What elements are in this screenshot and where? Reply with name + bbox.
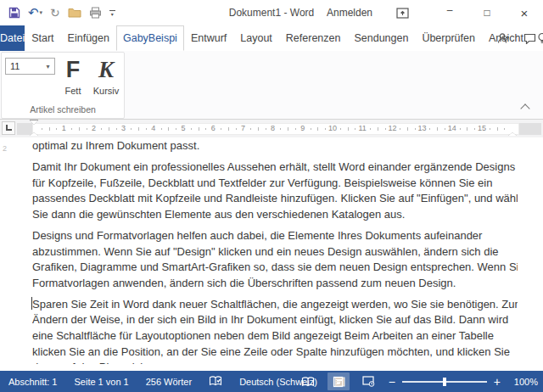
ruler-number: 5 bbox=[181, 124, 185, 132]
combobox-caret-icon[interactable]: ▾ bbox=[42, 63, 54, 70]
ruler-number: 12 bbox=[388, 124, 396, 132]
paragraph: Designs und Formatvorlagen helfen auch d… bbox=[32, 228, 518, 291]
ruler-tick bbox=[445, 128, 445, 130]
ribbon: 11 ▾ F Fett K Kursiv Artikel schreiben bbox=[0, 51, 543, 120]
ruler-number: 15 bbox=[478, 124, 486, 132]
print-preview-icon[interactable] bbox=[89, 5, 102, 20]
title-bar: ↶▾ ↻ ▾ Dokument1 - Word Anmelden – □ bbox=[0, 0, 543, 25]
document-text: optimal zu Ihrem Dokument passt.Damit Ih… bbox=[32, 138, 518, 364]
share-person-icon[interactable] bbox=[497, 32, 510, 44]
right-indent-marker[interactable] bbox=[508, 128, 517, 136]
proofing-status-icon[interactable] bbox=[200, 371, 231, 392]
section-indicator[interactable]: Abschnitt: 1 bbox=[0, 371, 65, 392]
tab-entwurf[interactable]: Entwurf bbox=[184, 25, 233, 51]
web-layout-button[interactable] bbox=[358, 372, 380, 390]
maximize-button[interactable]: □ bbox=[468, 0, 506, 25]
ruler-tick bbox=[467, 127, 467, 131]
bold-button[interactable]: F Fett bbox=[56, 55, 90, 108]
ruler-tick bbox=[317, 127, 318, 131]
tab-referenzen[interactable]: Referenzen bbox=[279, 25, 348, 51]
hanging-indent-marker[interactable] bbox=[30, 128, 38, 136]
italic-button[interactable]: K Kursiv bbox=[89, 55, 123, 108]
word-count[interactable]: 256 Wörter bbox=[137, 371, 200, 392]
tab-start[interactable]: Start bbox=[25, 25, 60, 51]
print-layout-button[interactable] bbox=[327, 372, 350, 390]
ruler-number: 4 bbox=[151, 124, 155, 132]
text-line: eine Schaltfläche für Layoutoptionen neb… bbox=[32, 328, 518, 344]
ruler-tick bbox=[79, 127, 80, 131]
ruler-tick bbox=[400, 128, 400, 130]
ribbon-tabs: StartEinfügenGabyBeispiEntwurfLayoutRefe… bbox=[25, 25, 530, 51]
document-area[interactable]: 2 optimal zu Ihrem Dokument passt.Damit … bbox=[0, 137, 543, 371]
text-line: Grafiken, Diagramme und SmartArt-Grafike… bbox=[32, 260, 518, 276]
ruler-tick bbox=[280, 128, 281, 130]
text-line: für Kopfzeile, Fußzeile, Deckblatt und T… bbox=[32, 176, 518, 192]
text-line: Sparen Sie Zeit in Word dank neuer Schal… bbox=[32, 297, 518, 313]
read-mode-button[interactable] bbox=[297, 372, 319, 390]
minimize-button[interactable]: – bbox=[431, 0, 468, 25]
paragraph: optimal zu Ihrem Dokument passt. bbox=[32, 138, 518, 154]
zoom-slider-thumb[interactable] bbox=[443, 378, 446, 386]
save-icon[interactable] bbox=[8, 5, 20, 20]
ruler-tick bbox=[407, 127, 408, 131]
font-size-combobox[interactable]: 11 ▾ bbox=[5, 58, 55, 75]
ruler-number: 10 bbox=[328, 124, 337, 132]
ruler-tick bbox=[87, 128, 87, 130]
ribbon-tab-row: Datei StartEinfügenGabyBeispiEntwurfLayo… bbox=[0, 25, 543, 51]
undo-caret-icon[interactable]: ▾ bbox=[40, 9, 43, 16]
ruler-tick bbox=[288, 127, 288, 131]
ruler-number: 3 bbox=[121, 124, 126, 132]
tab-sendungen[interactable]: Sendungen bbox=[347, 25, 415, 51]
redo-icon[interactable]: ↻ bbox=[50, 5, 60, 20]
quick-access-toolbar: ↶▾ ↻ ▾ bbox=[0, 5, 115, 20]
ruler-tick bbox=[191, 128, 192, 130]
ruler-tick bbox=[437, 127, 438, 131]
collapse-ribbon-icon[interactable] bbox=[519, 104, 531, 112]
ribbon-display-options-icon[interactable] bbox=[396, 8, 409, 19]
zoom-out-button[interactable]: − bbox=[389, 378, 395, 386]
ruler-tick bbox=[378, 127, 378, 131]
ruler-number: 7 bbox=[241, 124, 245, 132]
status-bar: Abschnitt: 1 Seite 1 von 1 256 Wörter De… bbox=[0, 371, 543, 392]
paragraph: Sparen Sie Zeit in Word dank neuer Schal… bbox=[32, 297, 518, 364]
tab-ueberpruefen[interactable]: Überprüfen bbox=[415, 25, 482, 51]
horizontal-ruler[interactable]: 123456789101112131415 bbox=[0, 123, 543, 135]
ruler-tick bbox=[415, 128, 416, 130]
tell-me-box[interactable]: Was möc bbox=[537, 25, 543, 51]
zoom-level[interactable]: 100% bbox=[509, 377, 538, 387]
text-line: Sie dann die gewünschten Elemente aus de… bbox=[32, 207, 518, 223]
text-line: dann auf das Pluszeichen. bbox=[32, 360, 518, 364]
text-line: abzustimmen. Wenn Sie auf "Design" klick… bbox=[32, 244, 518, 260]
tab-datei[interactable]: Datei bbox=[0, 25, 25, 51]
ruler-tick bbox=[474, 128, 475, 130]
page-indicator[interactable]: Seite 1 von 1 bbox=[65, 371, 137, 392]
ruler-tick bbox=[138, 127, 139, 131]
sign-in-button[interactable]: Anmelden bbox=[327, 7, 372, 19]
zoom-slider[interactable] bbox=[402, 381, 487, 383]
text-line: Designs und Formatvorlagen helfen auch d… bbox=[32, 228, 518, 244]
tab-layout[interactable]: Layout bbox=[233, 25, 279, 51]
ruler-tick bbox=[199, 127, 199, 131]
ruler-tick bbox=[325, 128, 326, 130]
ruler-tick bbox=[146, 128, 147, 130]
ruler-tick bbox=[116, 128, 117, 130]
customize-qat-icon[interactable]: ▾ bbox=[109, 5, 115, 20]
undo-icon[interactable]: ↶▾ bbox=[28, 5, 42, 20]
text-line: passendes Deckblatt mit Kopfzeile und Ra… bbox=[32, 191, 518, 207]
ruler-tick bbox=[56, 128, 57, 130]
ruler-band: 123456789101112131415 bbox=[0, 120, 543, 137]
ruler-tick bbox=[497, 127, 498, 131]
tab-einfuegen[interactable]: Einfügen bbox=[61, 25, 116, 51]
text-line: Formatvorlagen anwenden, ändern sich die… bbox=[32, 276, 518, 292]
ruler-number: 13 bbox=[418, 124, 427, 132]
comments-icon[interactable] bbox=[523, 33, 536, 44]
text-line: klicken Sie an die Position, an der Sie … bbox=[32, 344, 518, 361]
tab-gabybeispiel[interactable]: GabyBeispi bbox=[116, 25, 184, 51]
zoom-in-button[interactable]: + bbox=[494, 378, 501, 386]
ruler-tick bbox=[295, 128, 296, 130]
ruler-tick bbox=[340, 128, 341, 130]
ruler-tick bbox=[504, 128, 505, 130]
group-label: Artikel schreiben bbox=[2, 104, 124, 115]
open-folder-icon[interactable] bbox=[68, 5, 81, 20]
close-button[interactable]: × bbox=[506, 0, 543, 25]
